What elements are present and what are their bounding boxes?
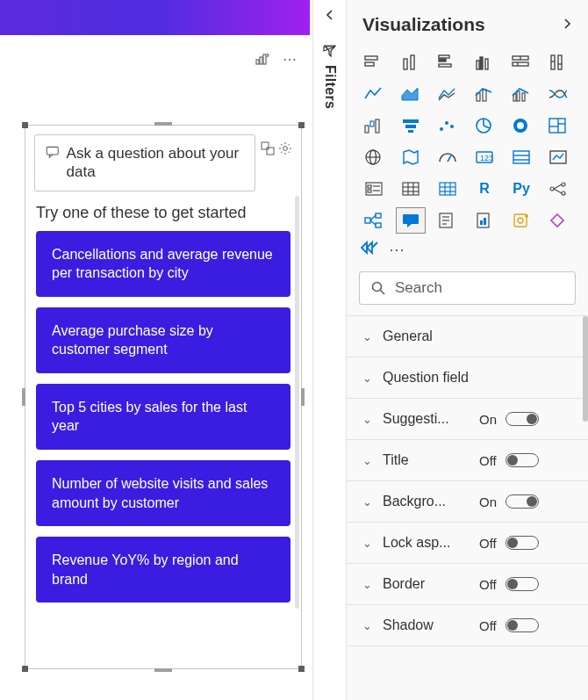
chevron-down-icon: ⌄: [362, 619, 372, 632]
qna-input[interactable]: Ask a question about your data: [34, 134, 255, 191]
viz-treemap-icon[interactable]: [543, 112, 573, 139]
viz-slicer-icon[interactable]: [359, 176, 389, 202]
format-row-suggestions[interactable]: ⌄ Suggesti... On: [347, 399, 588, 440]
viz-map-icon[interactable]: [359, 144, 389, 170]
svg-rect-60: [403, 183, 419, 195]
format-row-general[interactable]: ⌄ General: [347, 316, 588, 357]
toggle-border[interactable]: [506, 577, 539, 591]
viz-gauge-icon[interactable]: [433, 144, 463, 170]
viz-donut-icon[interactable]: [506, 112, 536, 139]
svg-rect-35: [408, 130, 413, 133]
format-row-title[interactable]: ⌄ Title Off: [347, 440, 588, 481]
viz-key-influencers-icon[interactable]: [543, 176, 573, 202]
svg-rect-55: [366, 183, 382, 195]
svg-point-36: [440, 127, 443, 131]
viz-card-icon[interactable]: 123: [470, 144, 499, 170]
toggle-background[interactable]: [506, 494, 539, 509]
suggestion-card[interactable]: Revenue YoY% by region and brand: [36, 537, 290, 603]
toggle-title[interactable]: [506, 453, 539, 467]
report-canvas: ⋯ Ask a question about your data: [0, 0, 313, 700]
viz-multi-row-card-icon[interactable]: [506, 144, 536, 170]
viz-funnel-icon[interactable]: [396, 112, 426, 139]
more-visuals-icon[interactable]: ⋯: [389, 240, 406, 259]
viz-qna-icon[interactable]: [396, 207, 426, 234]
viz-area-icon[interactable]: [396, 81, 426, 107]
viz-scatter-icon[interactable]: [433, 112, 463, 139]
toggle-lock-aspect[interactable]: [506, 536, 539, 550]
viz-smart-narrative-icon[interactable]: [433, 207, 463, 234]
suggestion-card[interactable]: Number of website visits and sales amoun…: [36, 460, 290, 526]
svg-point-70: [550, 187, 554, 191]
viz-power-apps-icon[interactable]: [359, 239, 380, 259]
chevron-down-icon: ⌄: [362, 330, 372, 343]
format-row-shadow[interactable]: ⌄ Shadow Off: [347, 605, 588, 646]
resize-handle-bottom[interactable]: [154, 668, 172, 672]
gear-icon[interactable]: [278, 141, 292, 155]
svg-rect-3: [47, 147, 58, 155]
suggestion-card[interactable]: Average purchase size by customer segmen…: [36, 307, 290, 373]
svg-rect-5: [267, 148, 274, 155]
viz-stacked-area-icon[interactable]: [433, 81, 463, 107]
svg-rect-85: [477, 213, 489, 227]
suggestion-card[interactable]: Top 5 cities by sales for the last year: [36, 384, 290, 450]
viz-decomposition-tree-icon[interactable]: [359, 207, 389, 234]
viz-stacked-column-icon[interactable]: [396, 49, 426, 76]
viz-python-icon[interactable]: Py: [506, 176, 536, 202]
viz-ribbon-icon[interactable]: [543, 81, 573, 107]
viz-stacked-bar-100-icon[interactable]: [506, 49, 536, 76]
viz-r-icon[interactable]: R: [470, 176, 499, 202]
format-search-input[interactable]: Search: [359, 271, 576, 305]
qna-input-placeholder: Ask a question about your data: [67, 144, 244, 182]
convert-visual-icon[interactable]: [261, 141, 275, 155]
format-row-lock-aspect[interactable]: ⌄ Lock asp... Off: [347, 523, 588, 564]
viz-matrix-icon[interactable]: [433, 176, 463, 202]
viz-filled-map-icon[interactable]: [396, 144, 426, 170]
viz-line-icon[interactable]: [359, 81, 389, 107]
svg-point-38: [450, 125, 454, 128]
qna-suggestion-heading: Try one of these to get started: [36, 204, 290, 222]
viz-pie-icon[interactable]: [470, 112, 499, 139]
drill-mode-icon[interactable]: [255, 51, 270, 70]
svg-rect-51: [513, 151, 529, 163]
svg-rect-26: [483, 90, 486, 101]
format-row-question-field[interactable]: ⌄ Question field: [347, 357, 588, 399]
qna-content: Ask a question about your data Try one o…: [25, 126, 301, 668]
more-options-icon[interactable]: ⋯: [283, 51, 297, 70]
svg-point-40: [515, 120, 526, 131]
viz-kpi-icon[interactable]: [543, 144, 573, 170]
viz-get-more-icon[interactable]: [543, 207, 573, 234]
resize-handle-right[interactable]: [301, 388, 305, 406]
format-row-border[interactable]: ⌄ Border Off: [347, 564, 588, 605]
svg-rect-7: [365, 56, 377, 60]
format-row-background[interactable]: ⌄ Backgro... On: [347, 481, 588, 523]
suggestion-card[interactable]: Cancellations and average revenue per tr…: [36, 231, 290, 297]
svg-line-79: [370, 220, 376, 225]
svg-text:123: 123: [480, 154, 493, 162]
scrollbar[interactable]: [583, 316, 588, 422]
filter-icon: [323, 44, 337, 58]
expand-pane-icon[interactable]: [562, 18, 572, 32]
svg-rect-57: [368, 190, 371, 192]
viz-clustered-bar-icon[interactable]: [433, 49, 463, 76]
viz-line-clustered-column-icon[interactable]: [506, 81, 536, 107]
toggle-shadow[interactable]: [506, 618, 539, 632]
scrollbar[interactable]: [295, 196, 299, 609]
chevron-down-icon: ⌄: [362, 537, 372, 550]
viz-clustered-column-icon[interactable]: [470, 49, 499, 76]
viz-stacked-bar-icon[interactable]: [359, 49, 389, 76]
svg-line-78: [370, 215, 376, 220]
viz-table-icon[interactable]: [396, 176, 426, 202]
qna-visual[interactable]: Ask a question about your data Try one o…: [25, 125, 302, 669]
viz-line-stacked-column-icon[interactable]: [470, 81, 499, 107]
viz-paginated-report-icon[interactable]: [470, 207, 499, 234]
filters-tab[interactable]: Filters: [322, 44, 338, 109]
svg-rect-8: [365, 62, 374, 66]
viz-power-automate-icon[interactable]: [506, 207, 536, 234]
svg-rect-12: [439, 59, 446, 61]
expand-filters-icon[interactable]: [325, 9, 335, 25]
svg-rect-11: [439, 55, 449, 58]
toggle-suggestions[interactable]: [506, 412, 539, 426]
viz-waterfall-icon[interactable]: [359, 112, 389, 139]
svg-rect-4: [262, 142, 269, 149]
viz-stacked-column-100-icon[interactable]: [543, 49, 573, 76]
